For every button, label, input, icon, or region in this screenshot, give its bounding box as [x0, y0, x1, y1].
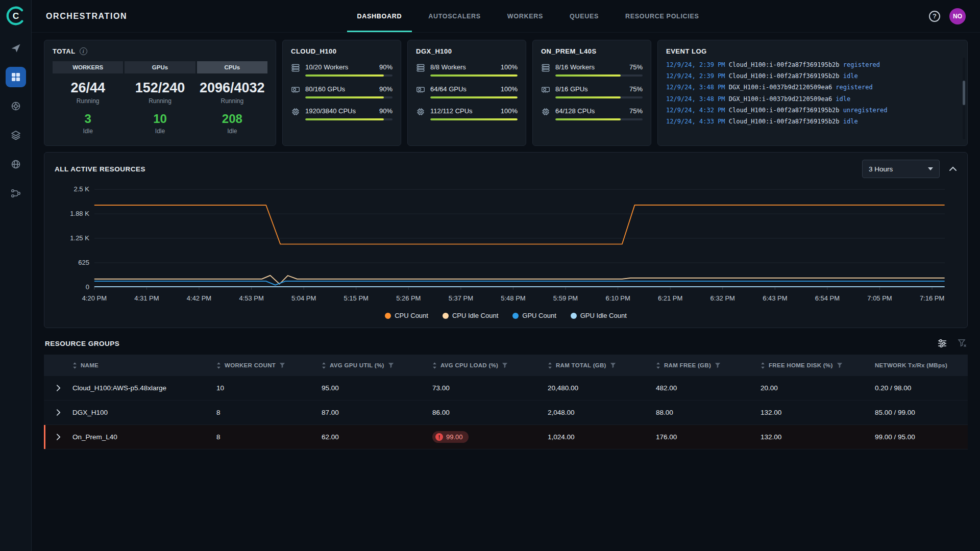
gpu-icon — [416, 85, 425, 94]
cpus-running-value: 2096/4032 — [197, 80, 267, 96]
resource-card-title: DGX_H100 — [416, 47, 518, 55]
event-log-list[interactable]: 12/9/24, 2:39 PM Cloud_H100:i-00f2a87f36… — [666, 59, 959, 134]
globe-icon — [10, 159, 21, 170]
resource-card-on_prem_l40s: ON_PREM_L40S8/16 Workers75%8/16 GPUs75%6… — [532, 40, 651, 146]
legend-item[interactable]: GPU Idle Count — [571, 312, 627, 319]
legend-item[interactable]: GPU Count — [512, 312, 556, 319]
tab-resource-policies[interactable]: RESOURCE POLICIES — [615, 0, 709, 32]
gpu-icon — [291, 85, 300, 94]
expand-row-button[interactable] — [56, 409, 61, 416]
filter-icon[interactable] — [715, 362, 721, 368]
column-header-ram-total-gb-[interactable]: RAM TOTAL (GB) — [548, 362, 656, 369]
sort-icon[interactable] — [548, 362, 552, 369]
alert-icon: ! — [435, 433, 443, 441]
svg-text:1.88 K: 1.88 K — [70, 210, 89, 217]
filter-icon[interactable] — [502, 362, 508, 368]
gpus-running-value: 152/240 — [125, 80, 195, 96]
metric-percent: 90% — [379, 85, 393, 93]
chevron-right-icon — [56, 409, 61, 416]
filter-icon[interactable] — [388, 362, 394, 368]
total-card-title: TOTAL — [53, 47, 76, 55]
resource-card-dgx_h100: DGX_H1008/8 Workers100%64/64 GPUs100%112… — [407, 40, 526, 146]
svg-text:0: 0 — [86, 283, 89, 291]
sort-icon[interactable] — [656, 362, 660, 369]
app-logo[interactable]: C — [5, 5, 27, 27]
svg-text:5:59 PM: 5:59 PM — [553, 294, 578, 302]
scrollbar[interactable] — [963, 58, 965, 139]
workers-idle-value: 3 — [53, 112, 123, 126]
resource-metric-row: 80/160 GPUs90% — [291, 85, 393, 98]
sort-icon[interactable] — [216, 362, 221, 369]
active-resources-panel: ALL ACTIVE RESOURCES 3 Hours — [44, 152, 968, 328]
progress-bar — [430, 74, 518, 77]
sidebar-item-autoscalers[interactable] — [6, 96, 26, 116]
gpu-icon — [541, 85, 550, 94]
sort-icon[interactable] — [72, 362, 77, 369]
column-header-avg-gpu-util-[interactable]: AVG GPU UTIL (%) — [322, 362, 432, 369]
svg-text:5:26 PM: 5:26 PM — [396, 294, 421, 302]
total-col-workers: WORKERS 26/44 Running 3 Idle — [53, 61, 123, 135]
svg-text:4:53 PM: 4:53 PM — [239, 294, 263, 302]
metric-percent: 100% — [501, 63, 518, 71]
legend-dot-icon — [385, 313, 391, 319]
sidebar-item-resources[interactable] — [6, 154, 26, 174]
tab-workers[interactable]: WORKERS — [497, 0, 553, 32]
cpu-icon — [416, 107, 425, 116]
column-header-avg-cpu-load-[interactable]: AVG CPU LOAD (%) — [432, 362, 548, 369]
column-header-name[interactable]: NAME — [72, 362, 216, 369]
resource-metric-row: 8/16 Workers75% — [541, 63, 643, 77]
avatar[interactable]: NO — [949, 8, 966, 24]
sort-icon — [322, 362, 326, 369]
idle-label: Idle — [197, 128, 267, 135]
legend-item[interactable]: CPU Count — [385, 312, 428, 319]
expand-row-button[interactable] — [56, 384, 61, 392]
total-card: TOTAL i WORKERS 26/44 Running 3 Idle GPU… — [44, 40, 276, 146]
sidebar-item-launch[interactable] — [6, 38, 26, 58]
column-header: GPUs — [125, 61, 195, 73]
chevron-right-icon — [56, 384, 61, 392]
metric-percent: 90% — [379, 107, 393, 115]
legend-item[interactable]: CPU Idle Count — [443, 312, 498, 319]
time-range-select[interactable]: 3 Hours — [862, 160, 940, 178]
help-icon[interactable]: ? — [929, 11, 940, 22]
svg-text:1.25 K: 1.25 K — [70, 234, 89, 242]
sort-icon[interactable] — [761, 362, 765, 369]
sidebar: C — [0, 0, 32, 551]
clear-filters-button[interactable] — [958, 339, 967, 348]
tab-queues[interactable]: QUEUES — [559, 0, 609, 32]
column-header-ram-free-gb-[interactable]: RAM FREE (GB) — [656, 362, 761, 369]
tab-autoscalers[interactable]: AUTOSCALERS — [418, 0, 491, 32]
log-entry: 12/9/24, 4:32 PM Cloud_H100:i-00f2a87f36… — [666, 105, 959, 116]
progress-bar — [555, 118, 643, 120]
svg-text:6:21 PM: 6:21 PM — [658, 294, 682, 302]
filter-icon[interactable] — [837, 362, 843, 368]
info-icon[interactable]: i — [80, 47, 87, 55]
summary-cards-row: TOTAL i WORKERS 26/44 Running 3 Idle GPU… — [44, 40, 968, 146]
sort-icon[interactable] — [322, 362, 326, 369]
tab-dashboard[interactable]: DASHBOARD — [347, 0, 412, 32]
column-header-free-home-disk-[interactable]: FREE HOME DISK (%) — [761, 362, 875, 369]
scrollbar-thumb[interactable] — [963, 81, 965, 105]
sidebar-item-dashboard[interactable] — [6, 67, 26, 87]
idle-label: Idle — [53, 128, 123, 135]
filter-icon — [502, 362, 508, 368]
sidebar-item-pipelines[interactable] — [6, 183, 26, 204]
dashboard-icon — [10, 71, 21, 83]
expand-row-button[interactable] — [56, 433, 61, 441]
filter-icon[interactable] — [610, 362, 616, 368]
column-settings-button[interactable] — [937, 338, 947, 348]
sort-icon[interactable] — [432, 362, 437, 369]
svg-text:2.5 K: 2.5 K — [74, 185, 90, 193]
metric-label: 8/16 GPUs — [555, 85, 588, 93]
sort-icon — [761, 362, 765, 369]
progress-bar — [305, 96, 393, 98]
sidebar-item-queues[interactable] — [6, 125, 26, 145]
metric-percent: 90% — [379, 63, 393, 71]
column-header-worker-count[interactable]: WORKER COUNT — [216, 362, 322, 369]
filter-icon[interactable] — [279, 362, 285, 368]
chevron-right-icon — [56, 433, 61, 441]
column-header-network-tx-rx-mbps-[interactable]: NETWORK Tx/Rx (MBps) — [875, 362, 968, 368]
filter-icon — [715, 362, 721, 368]
chevron-down-icon — [928, 167, 933, 170]
collapse-panel-button[interactable] — [949, 166, 957, 171]
